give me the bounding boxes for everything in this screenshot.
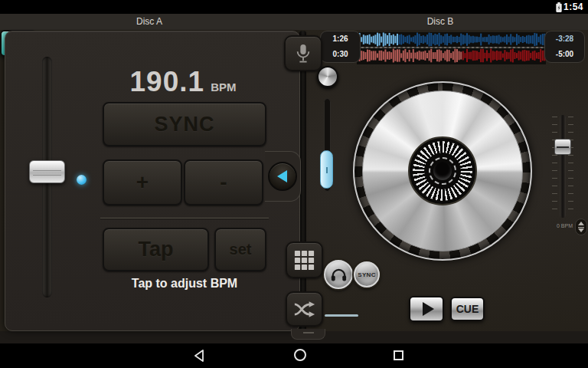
stepper-down-icon xyxy=(578,228,584,232)
back-button[interactable] xyxy=(193,349,205,363)
mixer-surface: 1:26 0:30 -3:28 -5:00 190.1BPM SYNC + - … xyxy=(0,30,588,343)
mini-progress-bar[interactable] xyxy=(325,314,358,317)
headphone-cue-button[interactable] xyxy=(324,260,353,289)
elapsed-time-bottom: 0:30 xyxy=(321,47,360,62)
pad-grid-icon xyxy=(294,250,315,271)
android-nav-bar xyxy=(0,343,588,368)
bpm-panel: 190.1BPM SYNC + - Tap set Tap to adjust … xyxy=(5,31,300,331)
cue-button[interactable]: CUE xyxy=(450,297,485,321)
waveform-panel[interactable] xyxy=(357,32,546,64)
stepper-up-icon xyxy=(578,222,584,225)
jog-wheel[interactable] xyxy=(353,81,532,261)
increase-bpm-button[interactable]: + xyxy=(103,159,182,205)
shuffle-icon xyxy=(293,301,316,318)
deck-a-tab[interactable]: Disc A xyxy=(0,16,299,27)
deck-b-tab[interactable]: Disc B xyxy=(329,16,551,27)
pitch-value-label: 0 BPM xyxy=(547,223,573,228)
collapse-left-arrow-icon xyxy=(277,170,287,182)
elapsed-time-top: 1:26 xyxy=(321,31,360,47)
remaining-time-top: -3:28 xyxy=(545,31,584,47)
gain-knob[interactable] xyxy=(317,66,338,87)
panel-collapse-tab xyxy=(265,151,301,202)
play-icon xyxy=(423,302,434,316)
set-button[interactable]: set xyxy=(214,228,266,271)
elapsed-time-badge: 1:26 0:30 xyxy=(320,31,361,63)
panel-collapse-button[interactable] xyxy=(268,162,297,191)
channel-volume-handle[interactable] xyxy=(320,150,333,189)
panel-divider xyxy=(100,218,269,219)
recents-button[interactable] xyxy=(394,350,403,360)
pitch-slider-a-handle[interactable] xyxy=(29,160,65,183)
bpm-hint-text: Tap to adjust BPM xyxy=(100,277,269,291)
pitch-stepper[interactable] xyxy=(575,219,587,235)
bpm-value: 190.1 xyxy=(130,66,205,97)
stepper-divider xyxy=(578,227,584,228)
headphone-icon xyxy=(331,268,347,281)
pitch-slider-b-handle[interactable] xyxy=(554,139,571,155)
crossfader-handle[interactable] xyxy=(291,329,325,340)
deck-b-sync-button[interactable]: SYNC xyxy=(354,261,380,288)
bpm-unit-label: BPM xyxy=(211,80,236,94)
shuffle-button[interactable] xyxy=(286,291,323,327)
pitch-slider-b-track[interactable] xyxy=(560,115,566,218)
battery-charging-icon xyxy=(556,2,562,12)
remaining-time-badge: -3:28 -5:00 xyxy=(544,31,585,63)
bpm-display: 190.1BPM xyxy=(93,66,273,98)
waveform-track-bottom[interactable] xyxy=(357,48,546,63)
remaining-time-bottom: -5:00 xyxy=(545,47,584,62)
pitch-led-indicator xyxy=(77,175,87,185)
home-button[interactable] xyxy=(294,349,306,361)
microphone-icon xyxy=(295,43,312,64)
deck-header-bar: Disc A Disc B xyxy=(0,14,588,30)
jog-wheel-spindle xyxy=(433,162,452,180)
decrease-bpm-button[interactable]: - xyxy=(184,159,263,205)
status-clock: 1:54 xyxy=(564,2,583,12)
sync-button[interactable]: SYNC xyxy=(103,102,266,146)
status-bar: 1:54 xyxy=(0,0,588,14)
mic-button[interactable] xyxy=(284,35,322,71)
waveform-track-top[interactable] xyxy=(357,32,546,47)
pads-button[interactable] xyxy=(286,242,323,278)
tap-button[interactable]: Tap xyxy=(103,228,209,271)
play-button[interactable] xyxy=(409,296,444,322)
